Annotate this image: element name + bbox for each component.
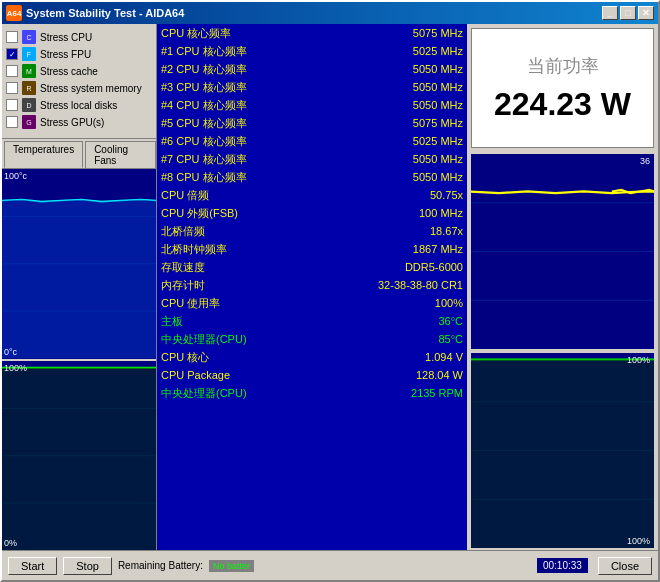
battery-status-badge: No batter xyxy=(209,560,254,572)
row-label-4: #4 CPU 核心频率 xyxy=(157,96,343,114)
row-label-15: CPU 使用率 xyxy=(157,294,343,312)
stress-gpu-icon: G xyxy=(22,115,36,129)
close-window-button[interactable]: ✕ xyxy=(638,6,654,20)
stress-fpu-option[interactable]: F Stress FPU xyxy=(6,47,152,61)
stress-memory-checkbox[interactable] xyxy=(6,82,18,94)
stress-cache-checkbox[interactable] xyxy=(6,65,18,77)
minimize-button[interactable]: _ xyxy=(602,6,618,20)
table-row: #8 CPU 核心频率 5050 MHz xyxy=(157,168,467,186)
time-display: 00:10:33 xyxy=(537,558,588,573)
table-row: 存取速度 DDR5-6000 xyxy=(157,258,467,276)
table-row: CPU 核心频率 5075 MHz xyxy=(157,24,467,42)
stress-fpu-label: Stress FPU xyxy=(40,49,91,60)
row-label-7: #7 CPU 核心频率 xyxy=(157,150,343,168)
row-value-11: 18.67x xyxy=(343,222,467,240)
svg-marker-14 xyxy=(471,360,654,549)
table-row: #1 CPU 核心频率 5025 MHz xyxy=(157,42,467,60)
tab-cooling-fans[interactable]: Cooling Fans xyxy=(85,141,156,168)
temp-chart-svg xyxy=(2,169,156,359)
row-value-3: 5050 MHz xyxy=(343,78,467,96)
right-usage-top-label: 100% xyxy=(627,355,650,365)
stop-button[interactable]: Stop xyxy=(63,557,112,575)
stress-cpu-label: Stress CPU xyxy=(40,32,92,43)
middle-panel: CPU 核心频率 5075 MHz #1 CPU 核心频率 5025 MHz #… xyxy=(157,24,467,550)
stress-fpu-icon: F xyxy=(22,47,36,61)
row-value-14: 32-38-38-80 CR1 xyxy=(343,276,467,294)
row-label-19: CPU Package xyxy=(157,366,343,384)
power-display: 当前功率 224.23 W xyxy=(471,28,654,148)
stress-memory-icon: R xyxy=(22,81,36,95)
power-label: 当前功率 xyxy=(527,54,599,78)
table-row: 内存计时 32-38-38-80 CR1 xyxy=(157,276,467,294)
row-label-10: CPU 外频(FSB) xyxy=(157,204,343,222)
row-value-13: DDR5-6000 xyxy=(343,258,467,276)
table-row: 主板 36°C xyxy=(157,312,467,330)
battery-label: Remaining Battery: xyxy=(118,560,203,571)
usage-chart-bottom-label: 0% xyxy=(4,538,17,548)
right-temp-top-label: 36 xyxy=(640,156,650,166)
stress-fpu-checkbox[interactable] xyxy=(6,48,18,60)
temp-chart-top-label: 100°c xyxy=(4,171,27,181)
table-row: CPU Package 128.04 W xyxy=(157,366,467,384)
stress-disk-checkbox[interactable] xyxy=(6,99,18,111)
row-label-0: CPU 核心频率 xyxy=(157,24,343,42)
stress-cpu-option[interactable]: C Stress CPU xyxy=(6,30,152,44)
content-area: C Stress CPU F Stress FPU M Stress cache… xyxy=(2,24,658,550)
stress-cpu-checkbox[interactable] xyxy=(6,31,18,43)
stress-disk-icon: D xyxy=(22,98,36,112)
bottom-bar: Start Stop Remaining Battery: No batter … xyxy=(2,550,658,580)
start-button[interactable]: Start xyxy=(8,557,57,575)
row-label-18: CPU 核心 xyxy=(157,348,343,366)
title-bar-buttons: _ □ ✕ xyxy=(602,6,654,20)
row-value-20: 2135 RPM xyxy=(343,384,467,402)
table-row: #4 CPU 核心频率 5050 MHz xyxy=(157,96,467,114)
power-value: 224.23 W xyxy=(494,86,631,123)
stress-gpu-checkbox[interactable] xyxy=(6,116,18,128)
right-panel: 当前功率 224.23 W 36 100% 100% xyxy=(467,24,658,550)
row-label-1: #1 CPU 核心频率 xyxy=(157,42,343,60)
left-panel: C Stress CPU F Stress FPU M Stress cache… xyxy=(2,24,157,550)
row-value-4: 5050 MHz xyxy=(343,96,467,114)
maximize-button[interactable]: □ xyxy=(620,6,636,20)
stress-options: C Stress CPU F Stress FPU M Stress cache… xyxy=(2,24,156,139)
table-row: 中央处理器(CPU) 2135 RPM xyxy=(157,384,467,402)
row-value-0: 5075 MHz xyxy=(343,24,467,42)
stress-memory-option[interactable]: R Stress system memory xyxy=(6,81,152,95)
right-usage-bottom-label: 100% xyxy=(627,536,650,546)
left-temp-chart: 100°c 0°c xyxy=(2,169,156,359)
row-label-8: #8 CPU 核心频率 xyxy=(157,168,343,186)
right-usage-chart-svg xyxy=(471,353,654,548)
row-value-12: 1867 MHz xyxy=(343,240,467,258)
stress-cache-icon: M xyxy=(22,64,36,78)
cpu-data-table: CPU 核心频率 5075 MHz #1 CPU 核心频率 5025 MHz #… xyxy=(157,24,467,402)
stress-memory-label: Stress system memory xyxy=(40,83,142,94)
tab-area: Temperatures Cooling Fans xyxy=(2,139,156,169)
table-row: 北桥倍频 18.67x xyxy=(157,222,467,240)
table-row: #3 CPU 核心频率 5050 MHz xyxy=(157,78,467,96)
table-row: CPU 使用率 100% xyxy=(157,294,467,312)
stress-cache-option[interactable]: M Stress cache xyxy=(6,64,152,78)
table-row: #2 CPU 核心频率 5050 MHz xyxy=(157,60,467,78)
title-bar: A64 System Stability Test - AIDA64 _ □ ✕ xyxy=(2,2,658,24)
right-temp-chart: 36 xyxy=(471,154,654,349)
stress-gpu-label: Stress GPU(s) xyxy=(40,117,104,128)
right-usage-chart: 100% 100% xyxy=(471,353,654,548)
tab-temperatures[interactable]: Temperatures xyxy=(4,141,83,168)
row-value-7: 5050 MHz xyxy=(343,150,467,168)
row-value-19: 128.04 W xyxy=(343,366,467,384)
table-row: #5 CPU 核心频率 5075 MHz xyxy=(157,114,467,132)
row-value-1: 5025 MHz xyxy=(343,42,467,60)
close-button[interactable]: Close xyxy=(598,557,652,575)
row-label-11: 北桥倍频 xyxy=(157,222,343,240)
row-value-6: 5025 MHz xyxy=(343,132,467,150)
stress-gpu-option[interactable]: G Stress GPU(s) xyxy=(6,115,152,129)
row-value-10: 100 MHz xyxy=(343,204,467,222)
row-label-5: #5 CPU 核心频率 xyxy=(157,114,343,132)
row-label-20: 中央处理器(CPU) xyxy=(157,384,343,402)
row-label-2: #2 CPU 核心频率 xyxy=(157,60,343,78)
row-label-13: 存取速度 xyxy=(157,258,343,276)
usage-chart-svg xyxy=(2,361,156,551)
row-label-6: #6 CPU 核心频率 xyxy=(157,132,343,150)
stress-disk-option[interactable]: D Stress local disks xyxy=(6,98,152,112)
table-row: #7 CPU 核心频率 5050 MHz xyxy=(157,150,467,168)
